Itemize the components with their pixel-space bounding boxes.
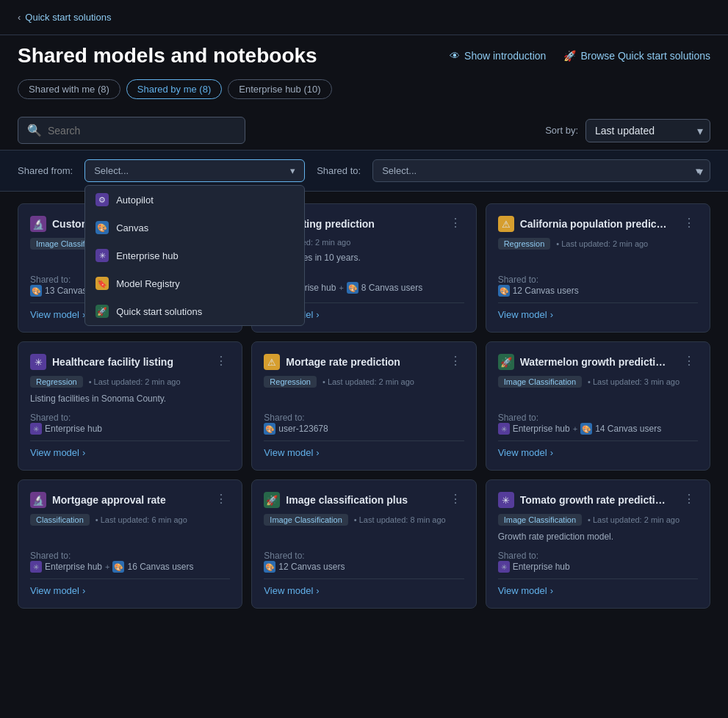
show-introduction-button[interactable]: 👁 Show introduction <box>450 50 546 62</box>
canvas-icon-mortgage-rate: 🎨 <box>264 423 275 435</box>
dropdown-item-quickstart-label: Quick start solutions <box>116 306 202 317</box>
plus-watermelon: + <box>573 424 577 433</box>
updated-mortgage-approval: • Last updated: 6 min ago <box>95 515 187 524</box>
card-menu-healthcare[interactable]: ⋮ <box>212 354 230 368</box>
shared-to-label-image-classification: Shared to: <box>264 551 464 561</box>
card-icon-california: ⚠ <box>498 216 514 232</box>
updated-mortgage-rate: • Last updated: 2 min ago <box>322 377 414 386</box>
canvas-icon-image-classification: 🎨 <box>264 561 275 573</box>
sort-label: Sort by: <box>545 125 578 136</box>
view-model-healthcare[interactable]: View model › <box>30 440 230 458</box>
chevron-right-icon: › <box>316 585 319 596</box>
shared-to-value-healthcare: ✳ Enterprise hub <box>30 423 230 435</box>
shared-to-label-california: Shared to: <box>498 275 698 285</box>
dropdown-item-autopilot[interactable]: ⚙ Autopilot <box>85 186 304 214</box>
user-mortgage-rate: user-123678 <box>278 424 328 434</box>
enterprise-icon-watermelon: ✳ <box>498 423 510 435</box>
shared-to-label-mortgage-approval: Shared to: <box>30 551 230 561</box>
chevron-down-icon: ▾ <box>290 165 295 176</box>
dropdown-item-enterprise-label: Enterprise hub <box>116 250 179 261</box>
card-menu-mortgage-rate[interactable]: ⋮ <box>447 354 464 368</box>
shared-to-label: Shared to: <box>317 165 361 176</box>
card-title-tomato: Tomato growth rate prediction <box>520 494 667 506</box>
canvas-users-watermelon: 14 Canvas users <box>595 424 661 434</box>
model-card-healthcare: ✳ Healthcare facility listing ⋮ Regressi… <box>18 341 242 471</box>
card-menu-image-classification[interactable]: ⋮ <box>447 492 464 506</box>
enterprise-icon: ✳ <box>95 249 109 262</box>
shared-to-label-tomato: Shared to: <box>498 551 698 561</box>
shared-from-select[interactable]: Select... ▾ <box>84 159 305 182</box>
shared-from-placeholder: Select... <box>94 165 129 176</box>
dropdown-item-canvas-label: Canvas <box>116 222 148 233</box>
card-title-image-classification: Image classification plus <box>286 494 408 506</box>
chevron-right-icon: › <box>82 447 85 458</box>
breadcrumb-arrow: ‹ <box>18 12 21 23</box>
card-menu-mortgage-approval[interactable]: ⋮ <box>212 492 230 506</box>
shared-from-dropdown-container: Select... ▾ ⚙ Autopilot 🎨 Canvas ✳ Enter… <box>84 159 305 182</box>
desc-tomato: Growth rate prediction model. <box>498 532 698 545</box>
tab-shared-with-me[interactable]: Shared with me (8) <box>18 79 120 99</box>
shared-to-value-california: 🎨 12 Canvas users <box>498 285 698 297</box>
canvas-users-image-classification: 12 Canvas users <box>278 562 345 572</box>
shared-to-label-mortgage-rate: Shared to: <box>264 413 464 423</box>
view-model-watermelon[interactable]: View model › <box>498 440 698 458</box>
dropdown-item-model-registry[interactable]: 🔖 Model Registry <box>85 269 304 297</box>
card-menu-watermelon[interactable]: ⋮ <box>680 354 698 368</box>
tab-shared-by-me[interactable]: Shared by me (8) <box>126 79 222 99</box>
canvas-users-california: 12 Canvas users <box>513 286 579 296</box>
sort-select-wrapper: Last updated Name Created <box>585 119 710 142</box>
enterprise-label-mortgage-approval: Enterprise hub <box>45 562 102 572</box>
card-menu-tomato[interactable]: ⋮ <box>680 492 698 506</box>
canvas-users-listing: 8 Canvas users <box>361 283 422 293</box>
canvas-icon-california: 🎨 <box>498 285 510 297</box>
enterprise-label-watermelon: Enterprise hub <box>513 424 570 434</box>
view-model-california[interactable]: View model › <box>498 302 698 320</box>
model-card-tomato: ✳ Tomato growth rate prediction ⋮ Image … <box>486 479 710 609</box>
sort-select[interactable]: Last updated Name Created <box>585 119 710 142</box>
chevron-right-icon: › <box>550 447 553 458</box>
search-input[interactable] <box>48 125 236 137</box>
view-model-mortgage-approval[interactable]: View model › <box>30 579 230 596</box>
chevron-right-icon: › <box>316 309 319 320</box>
browse-quickstart-button[interactable]: 🚀 Browse Quick start solutions <box>563 50 710 62</box>
view-model-image-classification[interactable]: View model › <box>264 579 464 596</box>
card-icon-image-classification: 🚀 <box>264 492 280 508</box>
autopilot-icon: ⚙ <box>95 193 109 206</box>
enterprise-label-healthcare: Enterprise hub <box>45 424 102 434</box>
tabs-row: Shared with me (8) Shared by me (8) Ente… <box>0 79 728 111</box>
updated-image-classification: • Last updated: 8 min ago <box>354 515 446 524</box>
badge-california: Regression <box>498 238 551 250</box>
shared-to-value-mortgage-rate: 🎨 user-123678 <box>264 423 464 435</box>
card-icon-watermelon: 🚀 <box>498 354 514 370</box>
tab-enterprise-hub[interactable]: Enterprise hub (10) <box>228 79 331 99</box>
desc-california <box>498 255 698 269</box>
desc-image-classification <box>264 532 464 545</box>
canvas-icon-watermelon: 🎨 <box>580 423 592 435</box>
canvas-users-mortgage-approval: 16 Canvas users <box>127 562 193 572</box>
card-icon-mortgage-approval: 🔬 <box>30 492 46 508</box>
plus-mortgage-approval: + <box>105 562 109 571</box>
sort-row: Sort by: Last updated Name Created <box>545 119 710 142</box>
chevron-right-icon: › <box>82 585 85 596</box>
card-title-california: California population predictio... <box>520 218 667 230</box>
breadcrumb-label[interactable]: Quick start solutions <box>25 12 111 23</box>
shared-from-label: Shared from: <box>18 165 73 176</box>
badge-healthcare: Regression <box>30 376 83 388</box>
card-icon-mortgage-rate: ⚠ <box>264 354 280 370</box>
shared-to-value-tomato: ✳ Enterprise hub <box>498 561 698 573</box>
desc-mortgage-rate <box>264 394 464 407</box>
card-menu-listing[interactable]: ⋮ <box>447 216 464 230</box>
dropdown-item-canvas[interactable]: 🎨 Canvas <box>85 214 304 242</box>
canvas-icon-mortgage-approval: 🎨 <box>112 561 124 573</box>
chevron-right-icon: › <box>550 309 553 320</box>
view-model-tomato[interactable]: View model › <box>498 579 698 596</box>
card-icon-healthcare: ✳ <box>30 354 46 370</box>
card-menu-california[interactable]: ⋮ <box>680 216 698 230</box>
dropdown-item-enterprise[interactable]: ✳ Enterprise hub <box>85 242 304 269</box>
shared-to-select[interactable]: Select... ▾ <box>372 159 710 182</box>
shared-to-value-mortgage-approval: ✳ Enterprise hub + 🎨 16 Canvas users <box>30 561 230 573</box>
view-model-mortgage-rate[interactable]: View model › <box>264 440 464 458</box>
model-card-mortgage-rate: ⚠ Mortage rate prediction ⋮ Regression •… <box>251 341 476 471</box>
model-registry-icon: 🔖 <box>95 277 109 290</box>
dropdown-item-quickstart[interactable]: 🚀 Quick start solutions <box>85 297 304 325</box>
